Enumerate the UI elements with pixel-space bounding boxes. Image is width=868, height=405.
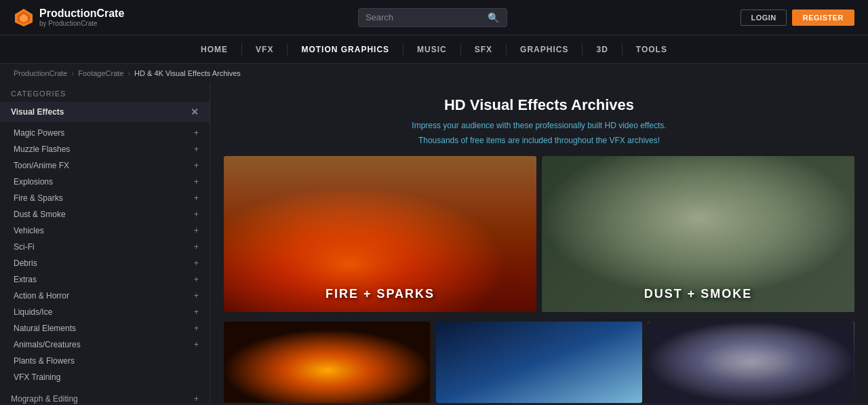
sidebar-item-vfx-training[interactable]: VFX Training: [0, 369, 210, 385]
cards-row-2: [224, 322, 854, 403]
breadcrumb-sep-1: ›: [72, 69, 75, 77]
item-label: Fire & Sparks: [14, 193, 63, 203]
sidebar: Categories Visual Effects ✕ Magic Powers…: [0, 83, 210, 404]
nav-graphics[interactable]: GRAPHICS: [507, 35, 582, 64]
categories-header: Categories: [0, 83, 210, 102]
nav-music[interactable]: MUSIC: [403, 35, 460, 64]
item-label: Mograph & Editing: [11, 394, 78, 404]
search-input[interactable]: [366, 12, 488, 22]
item-label: Vehicles: [14, 226, 44, 235]
category-group-visual-effects: Visual Effects ✕ Magic Powers + Muzzle F…: [0, 102, 210, 388]
logo-area: ProductionCrate by ProductionCrate: [14, 7, 124, 28]
card-fire-bg: FIRE + SPARKS: [224, 156, 536, 312]
sidebar-item-debris[interactable]: Debris +: [0, 255, 210, 271]
page-subtitle-1: Impress your audience with these profess…: [224, 119, 854, 132]
sidebar-item-sci-fi[interactable]: Sci-Fi +: [0, 239, 210, 255]
breadcrumb-footagecrate[interactable]: FootageCrate: [78, 69, 123, 77]
plus-icon: +: [194, 144, 199, 154]
page-title: HD Visual Effects Archives: [224, 96, 854, 114]
plus-icon: +: [194, 242, 199, 252]
sidebar-item-explosions[interactable]: Explosions +: [0, 174, 210, 190]
nav-home[interactable]: HOME: [187, 35, 241, 64]
main-nav: HOME VFX MOTION GRAPHICS MUSIC SFX GRAPH…: [0, 35, 868, 64]
card-explosion[interactable]: [648, 322, 854, 403]
sidebar-item-plants-flowers[interactable]: Plants & Flowers: [0, 353, 210, 369]
login-button[interactable]: LOGIN: [741, 9, 786, 26]
header: ProductionCrate by ProductionCrate 🔍 LOG…: [0, 0, 868, 35]
nav-tools[interactable]: TOOLS: [623, 35, 681, 64]
logo-sub: by ProductionCrate: [39, 20, 124, 27]
sidebar-item-animals-creatures[interactable]: Animals/Creatures +: [0, 336, 210, 353]
item-label: Toon/Anime FX: [14, 161, 69, 170]
cards-row-1: FIRE + SPARKS: [224, 156, 854, 312]
subtitle-highlight-1: Impress your audience with these profess…: [412, 121, 666, 130]
breadcrumb-current: HD & 4K Visual Effects Archives: [134, 69, 241, 77]
plus-icon: +: [194, 307, 199, 317]
plus-icon: +: [194, 340, 199, 349]
plus-icon: +: [194, 210, 199, 219]
item-label: Debris: [14, 258, 37, 268]
item-label: Explosions: [14, 177, 53, 187]
breadcrumb: ProductionCrate › FootageCrate › HD & 4K…: [0, 64, 868, 83]
plus-icon: +: [194, 177, 199, 187]
item-label: Liquids/Ice: [14, 307, 52, 317]
category-items: Magic Powers + Muzzle Flashes + Toon/Ani…: [0, 122, 210, 388]
nav-vfx[interactable]: VFX: [242, 35, 287, 64]
register-button[interactable]: REGISTER: [792, 9, 854, 26]
plus-icon: +: [194, 226, 199, 235]
item-label: VFX Training: [14, 372, 60, 382]
page-subtitle-2: Thousands of free items are included thr…: [224, 134, 854, 147]
item-label: Muzzle Flashes: [14, 144, 70, 154]
card-ice[interactable]: [436, 322, 643, 403]
svg-rect-6: [436, 322, 643, 403]
card-sparks2-bg: [224, 322, 431, 403]
item-label: Natural Elements: [14, 324, 76, 333]
item-label: Plants & Flowers: [14, 356, 75, 366]
sidebar-item-dust-smoke[interactable]: Dust & Smoke +: [0, 206, 210, 223]
nav-motion-graphics[interactable]: MOTION GRAPHICS: [288, 35, 403, 64]
plus-icon: +: [194, 193, 199, 203]
sidebar-item-vehicles[interactable]: Vehicles +: [0, 223, 210, 239]
logo-text: ProductionCrate by ProductionCrate: [39, 7, 124, 27]
nav-3d[interactable]: 3D: [583, 35, 621, 64]
sidebar-item-magic-powers[interactable]: Magic Powers +: [0, 125, 210, 141]
plus-icon: +: [194, 275, 199, 284]
visual-effects-label: Visual Effects: [11, 107, 64, 117]
plus-icon: +: [194, 324, 199, 333]
item-label: Sci-Fi: [14, 242, 35, 252]
sidebar-item-mograph[interactable]: Mograph & Editing +: [0, 389, 210, 404]
search-area[interactable]: 🔍: [358, 8, 507, 27]
card-ice-bg: [436, 322, 643, 403]
auth-buttons: LOGIN REGISTER: [741, 9, 854, 26]
logo-icon: [14, 7, 34, 28]
plus-icon: +: [194, 161, 199, 170]
sidebar-item-toon-anime[interactable]: Toon/Anime FX +: [0, 157, 210, 174]
plus-icon: +: [194, 258, 199, 268]
sidebar-item-muzzle-flashes[interactable]: Muzzle Flashes +: [0, 141, 210, 157]
card-fire-sparks[interactable]: FIRE + SPARKS: [224, 156, 536, 312]
breadcrumb-productioncrate[interactable]: ProductionCrate: [14, 69, 68, 77]
sidebar-item-action-horror[interactable]: Action & Horror +: [0, 288, 210, 304]
card-dust-bg: DUST + SMOKE: [542, 156, 854, 312]
breadcrumb-sep-2: ›: [127, 69, 130, 77]
item-label: Magic Powers: [14, 128, 64, 138]
visual-effects-header[interactable]: Visual Effects ✕: [0, 102, 210, 122]
search-button[interactable]: 🔍: [488, 12, 499, 23]
nav-sfx[interactable]: SFX: [461, 35, 506, 64]
card-dust-smoke[interactable]: DUST + SMOKE: [542, 156, 854, 312]
sidebar-item-fire-sparks[interactable]: Fire & Sparks +: [0, 190, 210, 206]
card-sparks-2[interactable]: [224, 322, 431, 403]
item-label: Extras: [14, 275, 37, 284]
sidebar-item-extras[interactable]: Extras +: [0, 271, 210, 288]
card-explosion-bg: [648, 322, 854, 403]
dust-smoke-label: DUST + SMOKE: [542, 287, 854, 301]
sidebar-item-liquids-ice[interactable]: Liquids/Ice +: [0, 304, 210, 320]
logo-title: ProductionCrate: [39, 7, 124, 20]
item-label: Animals/Creatures: [14, 340, 81, 349]
sidebar-item-natural-elements[interactable]: Natural Elements +: [0, 320, 210, 336]
plus-icon: +: [194, 394, 199, 404]
plus-icon: +: [194, 128, 199, 138]
subtitle-highlight-2: Thousands of free items are included thr…: [418, 136, 660, 145]
item-label: Action & Horror: [14, 291, 69, 301]
close-icon[interactable]: ✕: [191, 107, 199, 117]
